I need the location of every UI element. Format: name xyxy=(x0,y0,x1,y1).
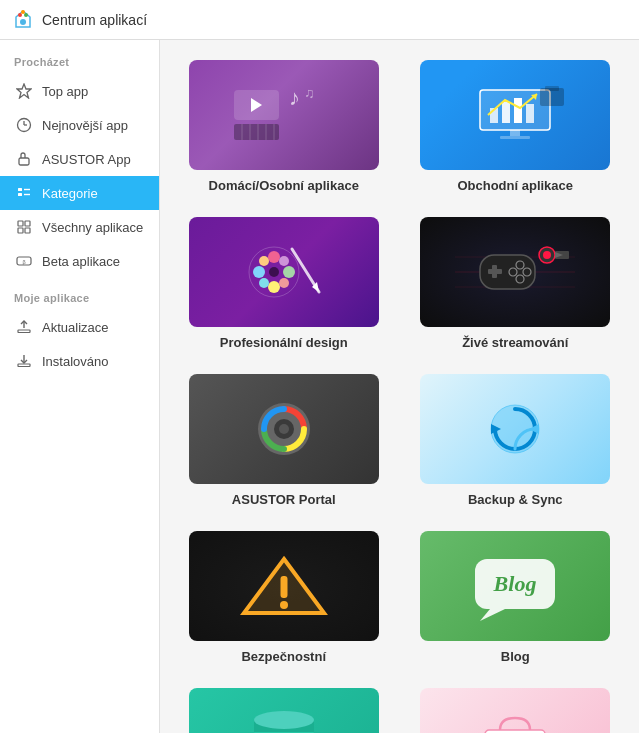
svg-marker-79 xyxy=(480,609,505,621)
svg-rect-9 xyxy=(18,188,22,191)
sidebar-item-all-apps[interactable]: Všechny aplikace xyxy=(0,210,159,244)
tile-ecommerce-img: $ xyxy=(420,688,610,733)
svg-rect-16 xyxy=(25,228,30,233)
svg-text:Blog: Blog xyxy=(493,571,537,596)
svg-rect-14 xyxy=(25,221,30,226)
categories-grid: ♪ ♫ Domácí/Osobní aplikace xyxy=(180,60,619,733)
svg-point-50 xyxy=(269,267,279,277)
installed-icon xyxy=(14,351,34,371)
svg-point-45 xyxy=(283,266,295,278)
svg-point-47 xyxy=(279,256,289,266)
tile-backup[interactable]: Backup & Sync xyxy=(412,374,620,507)
tile-backup-label: Backup & Sync xyxy=(468,492,563,507)
sidebar-label-updates: Aktualizace xyxy=(42,320,108,335)
svg-rect-10 xyxy=(18,193,22,196)
svg-point-64 xyxy=(543,251,551,259)
design-tile-icon xyxy=(224,237,344,307)
tile-blog-label: Blog xyxy=(501,649,530,664)
svg-text:♪: ♪ xyxy=(289,85,300,110)
window-title: Centrum aplikací xyxy=(42,12,147,28)
sidebar-label-asustor-app: ASUSTOR App xyxy=(42,152,131,167)
svg-marker-4 xyxy=(17,84,31,98)
tile-asustor-label: ASUSTOR Portal xyxy=(232,492,336,507)
svg-rect-40 xyxy=(500,136,530,139)
tile-ecommerce[interactable]: $ e Commerce xyxy=(412,688,620,733)
svg-text:♫: ♫ xyxy=(304,85,315,101)
tile-business[interactable]: Obchodní aplikace xyxy=(412,60,620,193)
svg-point-2 xyxy=(24,13,28,17)
sidebar-item-updates[interactable]: Aktualizace xyxy=(0,310,159,344)
content-area: ♪ ♫ Domácí/Osobní aplikace xyxy=(160,40,639,733)
svg-point-77 xyxy=(280,601,288,609)
ecommerce-tile-icon: $ xyxy=(455,708,575,733)
tile-asustor-portal[interactable]: ASUSTOR Portal xyxy=(180,374,388,507)
tile-database-img xyxy=(189,688,379,733)
svg-point-44 xyxy=(253,266,265,278)
svg-rect-20 xyxy=(18,364,30,367)
beta-icon: β xyxy=(14,251,34,271)
svg-point-87 xyxy=(254,711,314,729)
sidebar-label-top-app: Top app xyxy=(42,84,88,99)
tile-home-label: Domácí/Osobní aplikace xyxy=(209,178,359,193)
tile-database[interactable]: Databáze xyxy=(180,688,388,733)
tile-security[interactable]: Bezpečnostní xyxy=(180,531,388,664)
sidebar-label-newest-app: Nejnovější app xyxy=(42,118,128,133)
svg-rect-19 xyxy=(18,330,30,333)
svg-rect-13 xyxy=(18,221,23,226)
sidebar-label-all-apps: Všechny aplikace xyxy=(42,220,143,235)
security-tile-icon xyxy=(224,551,344,621)
tile-design[interactable]: Profesionální design xyxy=(180,217,388,350)
sidebar-item-asustor-app[interactable]: ASUSTOR App xyxy=(0,142,159,176)
backup-tile-icon xyxy=(455,394,575,464)
browse-section-label: Procházet xyxy=(0,52,159,74)
svg-rect-33 xyxy=(502,102,510,123)
svg-point-48 xyxy=(259,278,269,288)
sidebar-item-categories[interactable]: Kategorie xyxy=(0,176,159,210)
svg-point-1 xyxy=(18,13,22,17)
tile-asustor-img xyxy=(189,374,379,484)
tile-streaming[interactable]: Živé streamování xyxy=(412,217,620,350)
svg-text:β: β xyxy=(22,259,25,265)
tile-security-img xyxy=(189,531,379,641)
title-bar: Centrum aplikací xyxy=(0,0,639,40)
sidebar-item-beta-apps[interactable]: β Beta aplikace xyxy=(0,244,159,278)
blog-tile-icon: Blog xyxy=(455,551,575,621)
svg-point-3 xyxy=(21,10,25,14)
svg-rect-62 xyxy=(492,265,497,278)
tile-blog[interactable]: Blog Blog xyxy=(412,531,620,664)
upload-icon xyxy=(14,317,34,337)
tile-home-img: ♪ ♫ xyxy=(189,60,379,170)
business-tile-icon xyxy=(455,80,575,150)
svg-point-0 xyxy=(20,19,26,25)
tile-business-label: Obchodní aplikace xyxy=(457,178,573,193)
svg-rect-76 xyxy=(280,576,287,598)
app-logo-icon xyxy=(12,9,34,31)
asustor-tile-icon xyxy=(224,394,344,464)
svg-rect-8 xyxy=(19,158,29,165)
star-icon xyxy=(14,81,34,101)
svg-rect-39 xyxy=(510,130,520,136)
svg-point-49 xyxy=(279,278,289,288)
my-apps-section-label: Moje aplikace xyxy=(0,288,159,310)
sidebar-item-newest-app[interactable]: Nejnovější app xyxy=(0,108,159,142)
sidebar: Procházet Top app Nejnovější app ASUSTOR… xyxy=(0,40,160,733)
tile-design-img xyxy=(189,217,379,327)
hand-icon xyxy=(14,149,34,169)
tile-home[interactable]: ♪ ♫ Domácí/Osobní aplikace xyxy=(180,60,388,193)
svg-point-46 xyxy=(259,256,269,266)
svg-rect-35 xyxy=(526,104,534,123)
tile-blog-img: Blog xyxy=(420,531,610,641)
sidebar-item-top-app[interactable]: Top app xyxy=(0,74,159,108)
sidebar-item-installed[interactable]: Instalováno xyxy=(0,344,159,378)
svg-point-43 xyxy=(268,281,280,293)
tile-streaming-label: Živé streamování xyxy=(462,335,568,350)
sidebar-label-beta-apps: Beta aplikace xyxy=(42,254,120,269)
main-layout: Procházet Top app Nejnovější app ASUSTOR… xyxy=(0,40,639,733)
sidebar-label-categories: Kategorie xyxy=(42,186,98,201)
svg-rect-34 xyxy=(514,98,522,123)
grid-icon xyxy=(14,217,34,237)
tile-business-img xyxy=(420,60,610,170)
streaming-tile-icon xyxy=(455,237,575,307)
home-tile-icon: ♪ ♫ xyxy=(224,80,344,150)
database-tile-icon xyxy=(224,708,344,733)
